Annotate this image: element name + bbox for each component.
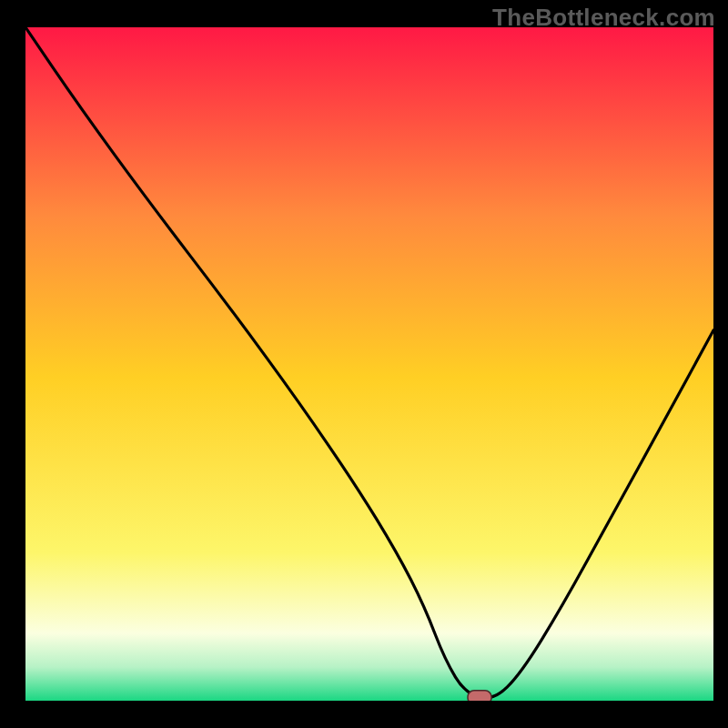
gradient-background — [25, 27, 713, 701]
watermark-text: TheBottleneck.com — [492, 4, 715, 32]
optimal-marker — [468, 691, 491, 701]
plot-area — [25, 27, 713, 701]
chart-svg — [25, 27, 713, 701]
chart-frame: TheBottleneck.com — [0, 0, 728, 728]
